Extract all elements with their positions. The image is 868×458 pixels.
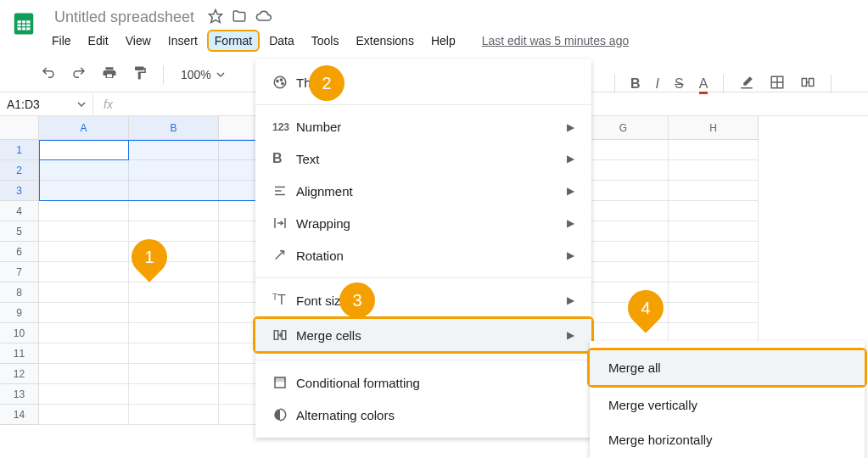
cell[interactable]: [669, 242, 759, 262]
last-edit-link[interactable]: Last edit was 5 minutes ago: [482, 34, 630, 47]
cell[interactable]: [39, 181, 129, 201]
cell[interactable]: [39, 140, 129, 160]
italic-icon[interactable]: I: [652, 73, 663, 95]
paint-format-icon[interactable]: [129, 62, 151, 87]
cell[interactable]: [129, 364, 219, 384]
row-header[interactable]: 3: [0, 181, 39, 201]
cell[interactable]: [39, 323, 129, 344]
cell[interactable]: [579, 181, 669, 201]
strikethrough-icon[interactable]: S: [671, 73, 687, 95]
row-header[interactable]: 1: [0, 140, 39, 160]
cell[interactable]: [669, 201, 759, 221]
cell[interactable]: [669, 262, 759, 282]
cell[interactable]: [39, 405, 129, 425]
cell[interactable]: [129, 221, 219, 242]
menu-item-conditional-formatting[interactable]: Conditional formatting: [255, 366, 591, 399]
row-header[interactable]: 7: [0, 262, 39, 282]
row-header[interactable]: 4: [0, 201, 39, 221]
cell[interactable]: [129, 201, 219, 221]
print-icon[interactable]: [98, 62, 120, 87]
menu-extensions[interactable]: Extensions: [348, 30, 421, 52]
menu-view[interactable]: View: [118, 30, 159, 52]
cell[interactable]: [39, 262, 129, 282]
cell[interactable]: [129, 160, 219, 181]
menu-item-fontsize[interactable]: TT Font size ▶: [255, 284, 591, 316]
submenu-item-merge-all[interactable]: Merge all: [590, 350, 865, 385]
menu-item-rotation[interactable]: Rotation ▶: [255, 239, 591, 271]
row-header[interactable]: 9: [0, 303, 39, 323]
name-box[interactable]: A1:D3: [0, 94, 93, 114]
row-header[interactable]: 12: [0, 364, 39, 384]
sheets-logo[interactable]: [7, 7, 41, 41]
document-title[interactable]: Untitled spreadsheet: [49, 7, 199, 28]
cell[interactable]: [39, 242, 129, 262]
menu-item-text[interactable]: B Text ▶: [255, 142, 591, 175]
cell[interactable]: [129, 323, 219, 344]
col-header[interactable]: G: [579, 116, 669, 140]
row-header[interactable]: 8: [0, 282, 39, 303]
cell[interactable]: [579, 221, 669, 242]
text-color-icon[interactable]: A: [696, 73, 712, 95]
star-icon[interactable]: [208, 8, 223, 26]
cell[interactable]: [579, 201, 669, 221]
cell[interactable]: [579, 242, 669, 262]
cell[interactable]: [579, 262, 669, 282]
row-header[interactable]: 13: [0, 384, 39, 405]
cell[interactable]: [39, 344, 129, 364]
menu-data[interactable]: Data: [261, 30, 302, 52]
cell[interactable]: [129, 140, 219, 160]
menu-item-alternating-colors[interactable]: Alternating colors: [255, 399, 591, 431]
menu-item-merge-cells[interactable]: Merge cells ▶: [255, 319, 591, 351]
cell[interactable]: [669, 140, 759, 160]
zoom-selector[interactable]: 100%: [176, 64, 230, 85]
cell[interactable]: [39, 384, 129, 405]
cell[interactable]: [669, 221, 759, 242]
menu-tools[interactable]: Tools: [304, 30, 347, 52]
cell[interactable]: [129, 303, 219, 323]
submenu-item-merge-vertically[interactable]: Merge vertically: [590, 388, 865, 422]
cell[interactable]: [39, 303, 129, 323]
row-header[interactable]: 6: [0, 242, 39, 262]
cell[interactable]: [129, 344, 219, 364]
menu-edit[interactable]: Edit: [81, 30, 116, 52]
cloud-icon[interactable]: [255, 8, 272, 27]
col-header[interactable]: A: [39, 116, 129, 140]
fill-color-icon[interactable]: [736, 71, 758, 97]
submenu-item-merge-horizontally[interactable]: Merge horizontally: [590, 422, 865, 457]
cell[interactable]: [129, 405, 219, 425]
cell[interactable]: [39, 282, 129, 303]
select-all-corner[interactable]: [0, 116, 39, 140]
menu-item-wrapping[interactable]: Wrapping ▶: [255, 207, 591, 239]
menu-item-alignment[interactable]: Alignment ▶: [255, 175, 591, 207]
row-header[interactable]: 14: [0, 405, 39, 425]
cell[interactable]: [129, 181, 219, 201]
col-header[interactable]: H: [669, 116, 759, 140]
menu-insert[interactable]: Insert: [160, 30, 205, 52]
bold-icon[interactable]: B: [627, 73, 644, 95]
cell[interactable]: [39, 201, 129, 221]
cell[interactable]: [669, 181, 759, 201]
cell[interactable]: [579, 160, 669, 181]
row-header[interactable]: 5: [0, 221, 39, 242]
undo-icon[interactable]: [37, 62, 59, 87]
row-header[interactable]: 2: [0, 160, 39, 181]
merge-cells-icon[interactable]: [797, 71, 819, 97]
cell[interactable]: [39, 221, 129, 242]
cell[interactable]: [669, 160, 759, 181]
cell[interactable]: [39, 364, 129, 384]
row-header[interactable]: 10: [0, 323, 39, 344]
cell[interactable]: [129, 384, 219, 405]
cell[interactable]: [39, 160, 129, 181]
menu-help[interactable]: Help: [423, 30, 463, 52]
cell[interactable]: [669, 303, 759, 323]
cell[interactable]: [669, 282, 759, 303]
menu-file[interactable]: File: [44, 30, 79, 52]
cell[interactable]: [129, 282, 219, 303]
borders-icon[interactable]: [766, 71, 788, 97]
redo-icon[interactable]: [68, 62, 90, 87]
menu-format[interactable]: Format: [207, 30, 260, 52]
col-header[interactable]: B: [129, 116, 219, 140]
move-icon[interactable]: [232, 8, 247, 26]
cell[interactable]: [579, 140, 669, 160]
menu-item-number[interactable]: 123 Number ▶: [255, 111, 591, 142]
